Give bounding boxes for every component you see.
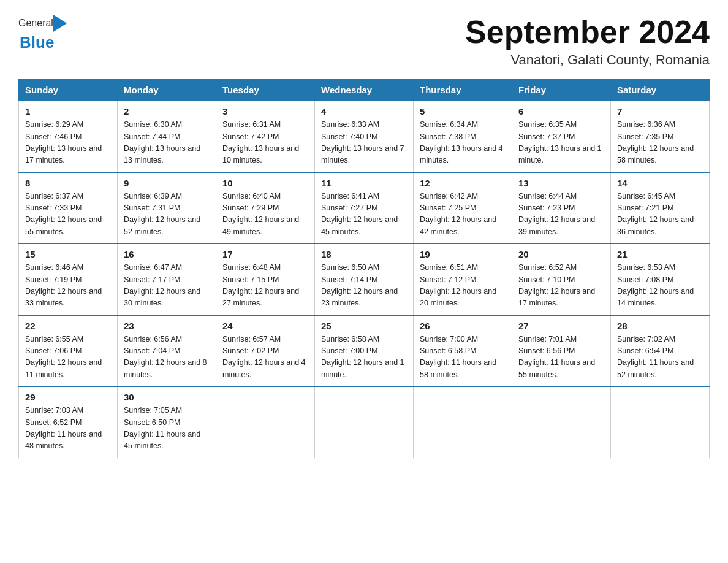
header-wednesday: Wednesday [315, 80, 414, 101]
calendar-table: SundayMondayTuesdayWednesdayThursdayFrid… [18, 79, 710, 458]
day-info: Sunrise: 6:42 AMSunset: 7:25 PMDaylight:… [420, 191, 506, 239]
day-info: Sunrise: 6:46 AMSunset: 7:19 PMDaylight:… [25, 262, 111, 310]
calendar-cell: 14Sunrise: 6:45 AMSunset: 7:21 PMDayligh… [611, 172, 710, 244]
day-info: Sunrise: 6:35 AMSunset: 7:37 PMDaylight:… [518, 119, 604, 167]
title-area: September 2024 Vanatori, Galati County, … [465, 15, 710, 68]
logo: General Blue [18, 15, 67, 52]
day-info: Sunrise: 6:37 AMSunset: 7:33 PMDaylight:… [25, 191, 111, 239]
header-saturday: Saturday [611, 80, 710, 101]
day-number: 8 [25, 178, 111, 188]
day-info: Sunrise: 7:05 AMSunset: 6:50 PMDaylight:… [124, 405, 210, 453]
day-number: 30 [124, 392, 210, 402]
day-info: Sunrise: 6:53 AMSunset: 7:08 PMDaylight:… [617, 262, 703, 310]
calendar-cell: 17Sunrise: 6:48 AMSunset: 7:15 PMDayligh… [216, 243, 315, 315]
day-info: Sunrise: 7:03 AMSunset: 6:52 PMDaylight:… [25, 405, 111, 453]
day-info: Sunrise: 7:00 AMSunset: 6:58 PMDaylight:… [420, 334, 506, 381]
day-number: 25 [321, 321, 407, 331]
day-number: 5 [420, 106, 506, 117]
calendar-cell: 21Sunrise: 6:53 AMSunset: 7:08 PMDayligh… [611, 243, 710, 315]
calendar-cell: 15Sunrise: 6:46 AMSunset: 7:19 PMDayligh… [19, 243, 118, 315]
header-thursday: Thursday [414, 80, 512, 101]
day-number: 21 [617, 249, 703, 259]
day-number: 28 [617, 321, 703, 331]
day-info: Sunrise: 6:52 AMSunset: 7:10 PMDaylight:… [518, 262, 604, 310]
page-header: General Blue September 2024 Vanatori, Ga… [18, 15, 710, 68]
calendar-cell: 24Sunrise: 6:57 AMSunset: 7:02 PMDayligh… [216, 315, 315, 387]
day-number: 3 [222, 106, 308, 117]
day-number: 9 [124, 178, 210, 188]
calendar-cell [512, 386, 611, 458]
header-sunday: Sunday [19, 80, 118, 101]
logo-general-text: General [18, 18, 53, 29]
day-number: 29 [25, 392, 111, 402]
day-number: 22 [25, 321, 111, 331]
day-info: Sunrise: 6:41 AMSunset: 7:27 PMDaylight:… [321, 191, 407, 239]
calendar-cell: 13Sunrise: 6:44 AMSunset: 7:23 PMDayligh… [512, 172, 611, 244]
day-info: Sunrise: 6:48 AMSunset: 7:15 PMDaylight:… [222, 262, 308, 310]
day-number: 2 [124, 106, 210, 117]
day-number: 27 [518, 321, 604, 331]
calendar-cell: 19Sunrise: 6:51 AMSunset: 7:12 PMDayligh… [414, 243, 512, 315]
calendar-cell: 29Sunrise: 7:03 AMSunset: 6:52 PMDayligh… [19, 386, 118, 458]
calendar-week-row: 8Sunrise: 6:37 AMSunset: 7:33 PMDaylight… [19, 172, 710, 244]
day-info: Sunrise: 6:33 AMSunset: 7:40 PMDaylight:… [321, 119, 407, 167]
calendar-week-row: 29Sunrise: 7:03 AMSunset: 6:52 PMDayligh… [19, 386, 710, 458]
calendar-cell: 8Sunrise: 6:37 AMSunset: 7:33 PMDaylight… [19, 172, 118, 244]
day-number: 19 [420, 249, 506, 259]
day-number: 1 [25, 106, 111, 117]
calendar-cell [216, 386, 315, 458]
day-info: Sunrise: 6:55 AMSunset: 7:06 PMDaylight:… [25, 334, 111, 381]
day-info: Sunrise: 6:31 AMSunset: 7:42 PMDaylight:… [222, 119, 308, 167]
calendar-cell [315, 386, 414, 458]
calendar-cell: 1Sunrise: 6:29 AMSunset: 7:46 PMDaylight… [19, 101, 118, 172]
day-info: Sunrise: 6:30 AMSunset: 7:44 PMDaylight:… [124, 119, 210, 167]
logo-arrow-icon [53, 15, 67, 32]
day-number: 24 [222, 321, 308, 331]
day-info: Sunrise: 7:02 AMSunset: 6:54 PMDaylight:… [617, 334, 703, 381]
calendar-cell: 28Sunrise: 7:02 AMSunset: 6:54 PMDayligh… [611, 315, 710, 387]
calendar-cell: 20Sunrise: 6:52 AMSunset: 7:10 PMDayligh… [512, 243, 611, 315]
day-number: 4 [321, 106, 407, 117]
day-number: 14 [617, 178, 703, 188]
calendar-cell: 11Sunrise: 6:41 AMSunset: 7:27 PMDayligh… [315, 172, 414, 244]
calendar-cell [611, 386, 710, 458]
day-info: Sunrise: 6:39 AMSunset: 7:31 PMDaylight:… [124, 191, 210, 239]
header-monday: Monday [118, 80, 216, 101]
day-info: Sunrise: 6:44 AMSunset: 7:23 PMDaylight:… [518, 191, 604, 239]
day-info: Sunrise: 6:29 AMSunset: 7:46 PMDaylight:… [25, 119, 111, 167]
day-number: 18 [321, 249, 407, 259]
day-number: 17 [222, 249, 308, 259]
day-info: Sunrise: 6:45 AMSunset: 7:21 PMDaylight:… [617, 191, 703, 239]
day-number: 10 [222, 178, 308, 188]
day-info: Sunrise: 6:40 AMSunset: 7:29 PMDaylight:… [222, 191, 308, 239]
calendar-cell: 3Sunrise: 6:31 AMSunset: 7:42 PMDaylight… [216, 101, 315, 172]
calendar-cell: 4Sunrise: 6:33 AMSunset: 7:40 PMDaylight… [315, 101, 414, 172]
day-number: 26 [420, 321, 506, 331]
day-info: Sunrise: 6:50 AMSunset: 7:14 PMDaylight:… [321, 262, 407, 310]
day-info: Sunrise: 6:47 AMSunset: 7:17 PMDaylight:… [124, 262, 210, 310]
day-info: Sunrise: 7:01 AMSunset: 6:56 PMDaylight:… [518, 334, 604, 381]
day-number: 7 [617, 106, 703, 117]
day-info: Sunrise: 6:57 AMSunset: 7:02 PMDaylight:… [222, 334, 308, 381]
day-info: Sunrise: 6:51 AMSunset: 7:12 PMDaylight:… [420, 262, 506, 310]
day-info: Sunrise: 6:36 AMSunset: 7:35 PMDaylight:… [617, 119, 703, 167]
day-number: 20 [518, 249, 604, 259]
calendar-cell [414, 386, 512, 458]
calendar-week-row: 1Sunrise: 6:29 AMSunset: 7:46 PMDaylight… [19, 101, 710, 172]
day-number: 12 [420, 178, 506, 188]
header-friday: Friday [512, 80, 611, 101]
calendar-cell: 18Sunrise: 6:50 AMSunset: 7:14 PMDayligh… [315, 243, 414, 315]
day-number: 23 [124, 321, 210, 331]
calendar-cell: 12Sunrise: 6:42 AMSunset: 7:25 PMDayligh… [414, 172, 512, 244]
logo-blue-text: Blue [20, 33, 54, 52]
day-info: Sunrise: 6:34 AMSunset: 7:38 PMDaylight:… [420, 119, 506, 167]
day-number: 11 [321, 178, 407, 188]
header-tuesday: Tuesday [216, 80, 315, 101]
day-number: 13 [518, 178, 604, 188]
calendar-week-row: 22Sunrise: 6:55 AMSunset: 7:06 PMDayligh… [19, 315, 710, 387]
calendar-cell: 2Sunrise: 6:30 AMSunset: 7:44 PMDaylight… [118, 101, 216, 172]
calendar-cell: 10Sunrise: 6:40 AMSunset: 7:29 PMDayligh… [216, 172, 315, 244]
day-info: Sunrise: 6:56 AMSunset: 7:04 PMDaylight:… [124, 334, 210, 381]
calendar-cell: 23Sunrise: 6:56 AMSunset: 7:04 PMDayligh… [118, 315, 216, 387]
calendar-cell: 5Sunrise: 6:34 AMSunset: 7:38 PMDaylight… [414, 101, 512, 172]
